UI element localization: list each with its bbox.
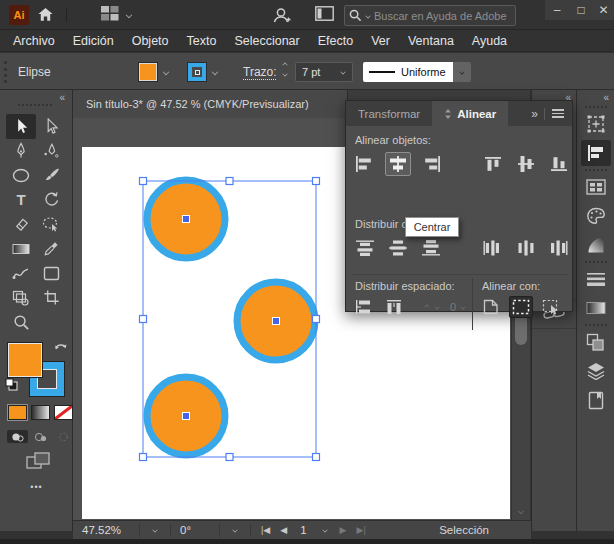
align-to-selection-button[interactable]: [509, 296, 533, 318]
stepper-up-icon[interactable]: [282, 62, 287, 67]
swap-fill-stroke-icon[interactable]: [54, 340, 68, 353]
gradient-tool[interactable]: [6, 237, 36, 262]
artboard-tool[interactable]: [36, 286, 66, 311]
eyedropper-tool[interactable]: [36, 237, 66, 262]
distribute-left-button[interactable]: [480, 236, 506, 260]
minimize-button[interactable]: –: [545, 0, 569, 20]
rotation-value[interactable]: 0°: [176, 524, 191, 536]
artboards-panel-button[interactable]: [581, 174, 611, 200]
menu-objeto[interactable]: Objeto: [123, 34, 178, 48]
dock-grip[interactable]: [585, 169, 607, 171]
distribute-top-button[interactable]: [352, 236, 378, 260]
stroke-weight-chevron-icon[interactable]: [340, 69, 345, 74]
previous-artboard-icon[interactable]: ◀: [275, 525, 292, 535]
align-vertical-center-button[interactable]: [513, 152, 539, 176]
panel-menu-icon[interactable]: [552, 109, 564, 118]
stroke-weight-label[interactable]: Trazo:: [243, 65, 277, 79]
zoom-tool[interactable]: [6, 310, 36, 335]
menu-edicion[interactable]: Edición: [64, 34, 123, 48]
arrange-documents-chevron-icon[interactable]: [126, 12, 132, 18]
ellipse-tool[interactable]: [6, 163, 36, 188]
color-mode-button[interactable]: [8, 405, 27, 420]
menu-efecto[interactable]: Efecto: [309, 34, 362, 48]
direct-selection-tool[interactable]: [36, 114, 66, 139]
align-panel-header[interactable]: Transformar Alinear »: [345, 100, 573, 126]
dock-grip[interactable]: [585, 106, 607, 108]
rotate-tool[interactable]: [36, 188, 66, 213]
rectangle-tool[interactable]: [36, 261, 66, 286]
align-to-artboard-button[interactable]: [479, 296, 503, 318]
distribute-bottom-button[interactable]: [418, 236, 444, 260]
fill-chevron-icon[interactable]: [163, 69, 169, 75]
tab-transformar[interactable]: Transformar: [346, 101, 432, 126]
menu-texto[interactable]: Texto: [178, 34, 226, 48]
artboard-chevron-icon[interactable]: [315, 527, 335, 533]
dock-grip[interactable]: [585, 261, 607, 263]
align-top-button[interactable]: [480, 152, 506, 176]
eraser-tool[interactable]: [6, 212, 36, 237]
swatches-panel-button[interactable]: [581, 295, 611, 321]
tab-alinear[interactable]: Alinear: [432, 101, 508, 126]
smooth-tool[interactable]: [6, 261, 36, 286]
search-box[interactable]: [344, 5, 516, 26]
menu-seleccionar[interactable]: Seleccionar: [225, 34, 308, 48]
stroke-panel-button[interactable]: [581, 266, 611, 292]
toolbar-grip[interactable]: [18, 104, 52, 106]
share-user-icon[interactable]: [272, 6, 291, 25]
pathfinder-panel-button[interactable]: [581, 329, 611, 355]
distribute-vertical-center-button[interactable]: [385, 236, 411, 260]
align-panel-button[interactable]: [581, 140, 611, 166]
menu-archivo[interactable]: Archivo: [4, 34, 64, 48]
fill-color-control[interactable]: [8, 343, 42, 377]
menu-ver[interactable]: Ver: [362, 34, 399, 48]
search-chevron-icon[interactable]: [365, 13, 370, 18]
distribute-horizontal-center-button[interactable]: [513, 236, 539, 260]
control-bar-grip[interactable]: [4, 61, 7, 83]
zoom-level-chevron-icon[interactable]: [145, 527, 165, 533]
draw-behind-button[interactable]: [30, 430, 51, 443]
color-panel-button[interactable]: [581, 203, 611, 229]
paintbrush-tool[interactable]: [36, 163, 66, 188]
menu-ventana[interactable]: Ventana: [399, 34, 463, 48]
draw-normal-button[interactable]: [7, 430, 28, 443]
fill-color-swatch[interactable]: [139, 63, 157, 81]
maximize-button[interactable]: □: [569, 0, 593, 20]
align-horizontal-center-button[interactable]: [385, 152, 411, 176]
stroke-weight-stepper[interactable]: [282, 62, 288, 77]
transform-panel-button[interactable]: [581, 111, 611, 137]
align-bottom-button[interactable]: [546, 152, 572, 176]
scrollbar-down-icon[interactable]: [518, 508, 524, 514]
artboard-number-value[interactable]: 1: [292, 524, 314, 536]
search-input[interactable]: [374, 10, 511, 22]
home-icon[interactable]: [37, 6, 54, 23]
stepper-down-icon[interactable]: [282, 71, 287, 76]
arrange-documents-icon[interactable]: [101, 6, 119, 21]
first-artboard-icon[interactable]: |◀: [256, 525, 275, 535]
align-left-button[interactable]: [352, 152, 378, 176]
default-colors-icon[interactable]: [5, 378, 18, 391]
libraries-panel-button[interactable]: [581, 387, 611, 413]
horizontal-distribute-space-button[interactable]: [383, 296, 407, 318]
gradient-panel-button[interactable]: [581, 232, 611, 258]
dock-grip[interactable]: [585, 324, 607, 326]
stroke-chevron-icon[interactable]: [212, 69, 218, 75]
distribute-right-button[interactable]: [546, 236, 572, 260]
screen-mode-icon[interactable]: [26, 452, 52, 470]
layers-panel-button[interactable]: [581, 358, 611, 384]
dock-b-collapse-icon[interactable]: «: [603, 92, 608, 103]
pen-tool[interactable]: [6, 139, 36, 164]
symbol-tool[interactable]: [6, 286, 36, 311]
edit-toolbar-button[interactable]: •••: [0, 482, 73, 492]
stroke-profile-field[interactable]: Uniforme: [363, 62, 453, 82]
document-tab[interactable]: Sin título-3* @ 47.52 % (CMYK/Previsuali…: [73, 90, 348, 118]
app-logo-icon[interactable]: Ai: [9, 5, 29, 25]
rotation-chevron-icon[interactable]: [225, 527, 245, 533]
gradient-mode-button[interactable]: [31, 405, 50, 420]
type-tool[interactable]: T: [6, 188, 36, 213]
align-to-key-object-button[interactable]: [539, 296, 563, 318]
zoom-level-value[interactable]: 47.52%: [73, 524, 121, 536]
vertical-distribute-space-button[interactable]: [352, 296, 376, 318]
toolbar-collapse-icon[interactable]: «: [59, 92, 64, 103]
stroke-color-swatch[interactable]: [188, 63, 206, 81]
selection-tool[interactable]: [6, 114, 36, 139]
